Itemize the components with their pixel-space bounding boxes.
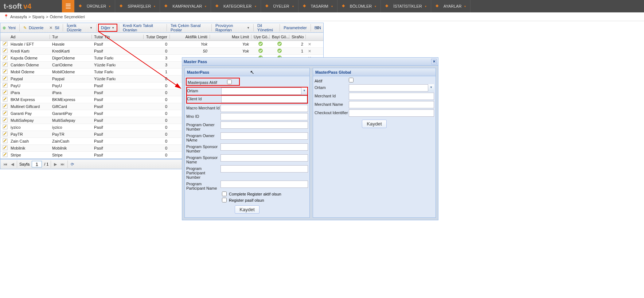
last-page-button[interactable]: ⏭ [60, 161, 65, 167]
edit-icon [3, 69, 8, 74]
psname-input[interactable] [220, 154, 308, 162]
psn-label: Program Sponsor Number [186, 143, 220, 153]
checkout-input[interactable] [349, 109, 434, 117]
table-row[interactable]: Havale / EFTHavalePasif0YokYok2✕ [0, 41, 323, 48]
col-tur[interactable]: Tur [50, 35, 92, 39]
caret-down-icon: ▼ [90, 26, 93, 30]
row-edit-button[interactable] [0, 69, 8, 75]
row-edit-button[interactable] [0, 138, 8, 144]
mno-input[interactable] [220, 113, 308, 120]
row-edit-button[interactable] [0, 76, 8, 82]
col-deg[interactable]: Tutar Deger [144, 35, 170, 39]
first-page-button[interactable]: ⏮ [3, 161, 8, 167]
nav-kategori̇ler[interactable]: ◆KATEGORİLER▾ [211, 0, 261, 12]
other-button[interactable]: Diğer▼ [98, 24, 117, 32]
row-edit-button[interactable] [0, 145, 8, 151]
gear-button[interactable]: ⚙ [314, 24, 322, 31]
row-edit-button[interactable] [0, 111, 8, 116]
param-button[interactable]: Parametreler [281, 24, 309, 31]
ortam-input[interactable] [221, 88, 307, 95]
col-tip[interactable]: Tutar Tip [92, 35, 144, 39]
row-edit-button[interactable] [0, 152, 8, 158]
ppn-label: Program Participant Number [186, 165, 220, 179]
row-delete-button[interactable]: ✕ [306, 49, 314, 54]
virtual-pos-button[interactable]: Tek Çekim Sanal Poslar [168, 22, 210, 33]
edit-icon [3, 117, 8, 123]
ortam-combo[interactable]: ▼ [221, 88, 307, 95]
save-button-right[interactable]: Kaydet [362, 120, 387, 128]
prev-page-button[interactable]: ◀ [10, 161, 15, 167]
edit-button[interactable]: ✎Düzenle [21, 24, 46, 31]
global-aktif-checkbox[interactable] [349, 78, 354, 82]
merchantname-input[interactable] [349, 101, 434, 108]
poname-input[interactable] [220, 132, 308, 140]
new-button[interactable]: ⊕Yeni [0, 24, 18, 31]
row-edit-button[interactable] [0, 41, 8, 47]
macro-input[interactable] [220, 105, 308, 112]
pon-input[interactable] [220, 121, 308, 129]
nav-si̇pari̇şler[interactable]: ◆SİPARİŞLER▾ [115, 0, 160, 12]
col-ad[interactable]: Ad [8, 35, 50, 39]
ppn-input[interactable] [220, 165, 308, 173]
window-titlebar[interactable]: Master Pass ✕ [182, 58, 438, 66]
col-bayi[interactable]: Bayi Gö... [270, 35, 289, 39]
psn-input[interactable] [220, 143, 308, 151]
col-sira[interactable]: SiraNo [289, 35, 306, 39]
row-edit-button[interactable] [0, 48, 8, 54]
table-row[interactable]: Kredi KartıKrediKartiPasif050Yok1✕ [0, 48, 323, 55]
global-ortam-input[interactable] [349, 84, 434, 92]
ppname-input[interactable] [220, 181, 308, 188]
col-uye[interactable]: Uye Gö... [251, 35, 270, 39]
breadcrumb-2[interactable]: Ödeme Seçenekleri [50, 15, 85, 19]
refresh-button[interactable]: ⟳ [70, 161, 75, 167]
combo-trigger-icon[interactable]: ▼ [428, 84, 434, 92]
clientid-input[interactable] [221, 96, 307, 103]
row-edit-button[interactable] [0, 117, 8, 123]
grid-header: Ad Tur Tutar Tip Tutar Deger Aktiflik Li… [0, 33, 323, 41]
nav-tasarim[interactable]: ◆TASARIM▾ [298, 0, 337, 12]
caret-down-icon: ▾ [154, 5, 155, 8]
psname-label: Program Sponsor Name [186, 154, 220, 164]
col-max[interactable]: Max Limit [210, 35, 251, 39]
save-button-left[interactable]: Kaydet [235, 205, 259, 214]
row-edit-button[interactable] [0, 90, 8, 96]
breadcrumb-home[interactable]: Anasayfa [10, 15, 27, 19]
topbar: t-soft v4 ☰ ◆ÜRÜNLER▾◆SİPARİŞLER▾◆KAMPAN… [0, 0, 644, 12]
global-ortam-combo[interactable]: ▼ [349, 84, 434, 92]
row-edit-button[interactable] [0, 97, 8, 102]
mno-label: Mno ID [186, 113, 220, 119]
masterpass-aktif-checkbox[interactable] [227, 80, 232, 84]
row-edit-button[interactable] [0, 83, 8, 89]
nav-bölümler[interactable]: ◆BÖLÜMLER▾ [337, 0, 381, 12]
row-edit-button[interactable] [0, 104, 8, 109]
nav-ayarlar[interactable]: ◆AYARLAR▾ [431, 0, 471, 12]
merchantid-input[interactable] [349, 93, 434, 100]
next-page-button[interactable]: ▶ [53, 161, 58, 167]
card-rates-button[interactable]: Kredi Kartı Taksit Oranları [121, 22, 165, 33]
row-edit-button[interactable] [0, 124, 8, 130]
nav-ürünler[interactable]: ◆ÜRÜNLER▾ [74, 0, 115, 12]
register-passive-checkbox[interactable] [222, 198, 227, 202]
delete-button[interactable]: ✕Sil [47, 24, 61, 31]
nav-kampanyalar[interactable]: ◆KAMPANYALAR▾ [160, 0, 211, 12]
complete-register-checkbox[interactable] [222, 191, 227, 196]
close-button[interactable]: ✕ [431, 59, 437, 64]
nav-i̇stati̇sti̇kler[interactable]: ◆İSTATİSTİKLER▾ [381, 0, 431, 12]
page-input[interactable] [32, 161, 42, 167]
caret-down-icon: ▼ [247, 26, 250, 30]
combo-trigger-icon[interactable]: ▼ [301, 88, 307, 95]
breadcrumb-1[interactable]: Sipariş [32, 15, 44, 19]
nav-icon: ◆ [120, 3, 125, 9]
complete-register-label: Complete Register aktif olsun [229, 192, 281, 196]
col-ak[interactable]: Aktiflik Limiti [170, 35, 210, 39]
row-edit-button[interactable] [0, 55, 8, 61]
content-edit-button[interactable]: İçerik Düzenle▼ [65, 22, 95, 33]
row-edit-button[interactable] [0, 131, 8, 137]
checkout-label: Checkout Identifier [315, 109, 349, 115]
nav-üyeler[interactable]: ◆ÜYELER▾ [261, 0, 298, 12]
hamburger-button[interactable]: ☰ [62, 0, 74, 12]
row-edit-button[interactable] [0, 62, 8, 68]
lang-button[interactable]: Dil Yönetimi [255, 22, 278, 33]
provision-button[interactable]: Provizyon Raporları▼ [213, 22, 252, 33]
row-delete-button[interactable]: ✕ [306, 42, 314, 47]
